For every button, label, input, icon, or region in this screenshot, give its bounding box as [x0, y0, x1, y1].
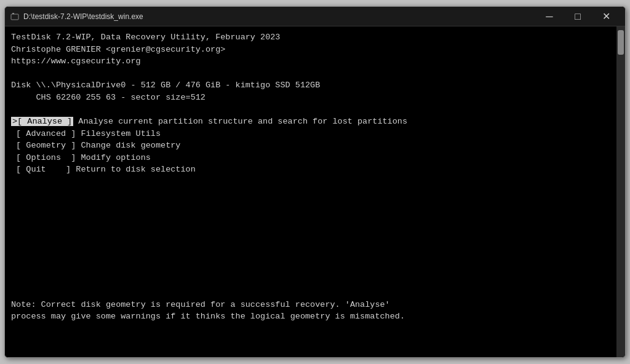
scrollbar[interactable] [616, 26, 625, 357]
maximize-button[interactable]: □ [564, 7, 592, 26]
scrollbar-thumb[interactable] [618, 30, 624, 55]
close-button[interactable]: ✕ [592, 7, 620, 26]
main-window: D:\testdisk-7.2-WIP\testdisk_win.exe ─ □… [4, 6, 626, 358]
menu-items: >[ Analyse ] Analyse current partition s… [11, 116, 610, 176]
title-bar-left: D:\testdisk-7.2-WIP\testdisk_win.exe [10, 12, 143, 22]
header-text: TestDisk 7.2-WIP, Data Recovery Utility,… [11, 31, 610, 68]
content-area: TestDisk 7.2-WIP, Data Recovery Utility,… [5, 26, 625, 357]
minimize-button[interactable]: ─ [535, 7, 564, 26]
note-text: Note: Correct disk geometry is required … [11, 299, 610, 323]
terminal-output[interactable]: TestDisk 7.2-WIP, Data Recovery Utility,… [5, 26, 616, 357]
svg-rect-1 [12, 13, 14, 14]
menu-analyse[interactable]: >[ Analyse ] [11, 117, 73, 126]
disk-info: Disk \\.\PhysicalDrive0 - 512 GB / 476 G… [11, 79, 610, 103]
title-bar: D:\testdisk-7.2-WIP\testdisk_win.exe ─ □… [5, 7, 625, 26]
app-icon [10, 12, 20, 22]
window-controls: ─ □ ✕ [535, 7, 620, 26]
svg-rect-0 [11, 14, 18, 20]
window-title: D:\testdisk-7.2-WIP\testdisk_win.exe [23, 12, 143, 21]
